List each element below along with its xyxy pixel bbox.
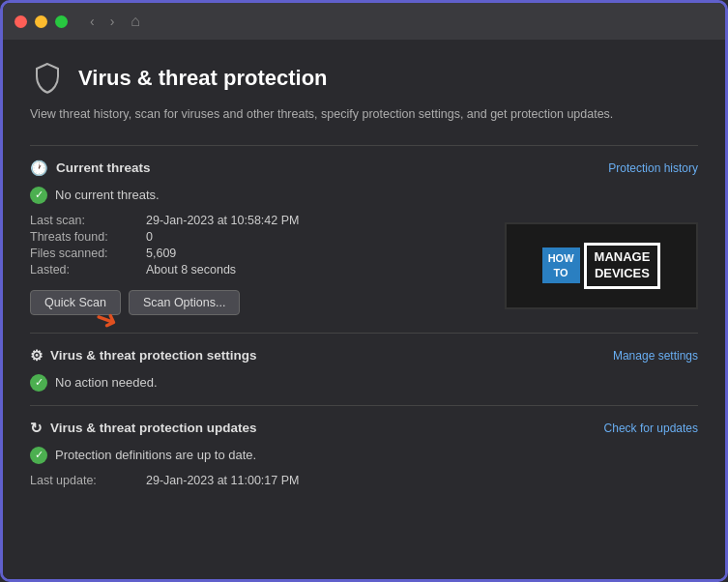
manage-devices-text: MANAGEDEVICES	[584, 243, 661, 289]
last-update-label: Last update:	[30, 474, 146, 487]
protection-history-link[interactable]: Protection history	[608, 161, 698, 175]
settings-icon: ⚙	[30, 347, 43, 364]
updates-check-icon: ✓	[30, 447, 47, 464]
update-info-grid: Last update: 29-Jan-2023 at 11:00:17 PM	[30, 474, 698, 487]
watermark: HOWTO MANAGEDEVICES	[505, 222, 698, 309]
check-icon: ✓	[30, 187, 47, 204]
how-to-text: HOWTO	[542, 247, 580, 283]
scan-options-button[interactable]: Scan Options...	[129, 290, 240, 315]
check-updates-link[interactable]: Check for updates	[604, 422, 698, 435]
page-header: Virus & threat protection	[30, 61, 698, 96]
updates-status: ✓ Protection definitions are up to date.	[30, 447, 698, 464]
nav-forward-button[interactable]: ›	[105, 12, 120, 31]
threats-found-label: Threats found:	[30, 230, 146, 244]
shield-icon	[30, 61, 65, 96]
settings-status: ✓ No action needed.	[30, 374, 698, 392]
maximize-button[interactable]	[55, 15, 68, 28]
current-threats-section: 🕐 Current threats Protection history ✓ N…	[30, 160, 698, 315]
no-threats-status: ✓ No current threats.	[30, 187, 698, 204]
lasted-label: Lasted:	[30, 263, 146, 276]
last-scan-label: Last scan:	[30, 214, 146, 227]
current-threats-title: 🕐 Current threats	[30, 160, 151, 177]
title-bar: ‹ › ⌂	[3, 3, 725, 40]
protection-settings-title: ⚙ Virus & threat protection settings	[30, 347, 257, 364]
refresh-icon: ↻	[30, 420, 43, 437]
page-subtitle: View threat history, scan for viruses an…	[30, 105, 698, 124]
manage-settings-link[interactable]: Manage settings	[613, 349, 698, 363]
nav-back-button[interactable]: ‹	[85, 12, 100, 31]
protection-updates-title: ↻ Virus & threat protection updates	[30, 420, 257, 437]
scan-buttons-row: Quick Scan Scan Options... ➜ HOWTO MANAG…	[30, 290, 698, 315]
main-content: Virus & threat protection View threat hi…	[3, 40, 725, 582]
files-scanned-label: Files scanned:	[30, 247, 146, 260]
protection-updates-header: ↻ Virus & threat protection updates Chec…	[30, 420, 698, 437]
close-button[interactable]	[15, 15, 27, 28]
protection-settings-section: ⚙ Virus & threat protection settings Man…	[30, 347, 698, 392]
last-update-value: 29-Jan-2023 at 11:00:17 PM	[146, 474, 698, 487]
page-title: Virus & threat protection	[78, 66, 328, 91]
protection-updates-section: ↻ Virus & threat protection updates Chec…	[30, 420, 698, 487]
home-button[interactable]: ⌂	[131, 13, 140, 30]
settings-check-icon: ✓	[30, 374, 47, 392]
clock-icon: 🕐	[30, 160, 48, 177]
minimize-button[interactable]	[35, 15, 47, 28]
current-threats-header: 🕐 Current threats Protection history	[30, 160, 698, 177]
protection-settings-header: ⚙ Virus & threat protection settings Man…	[30, 347, 698, 364]
